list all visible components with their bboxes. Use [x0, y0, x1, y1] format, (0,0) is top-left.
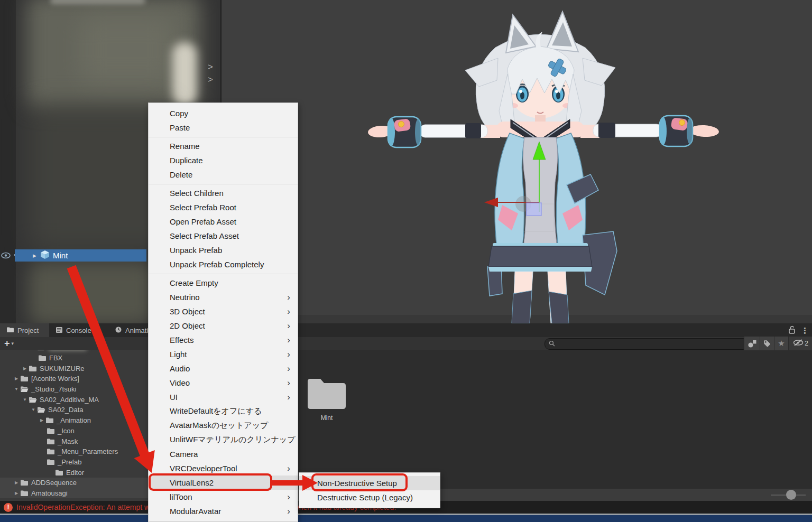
- menu-item-unpack-prefab-completely[interactable]: Unpack Prefab Completely: [149, 257, 298, 272]
- tree-row-sa02-data[interactable]: ▼SA02_Data: [0, 405, 150, 415]
- menu-item-2d-object[interactable]: 2D Object›: [149, 319, 298, 333]
- tree-row-label: [Aconite Works]: [31, 375, 79, 383]
- folder-icon: [47, 459, 56, 465]
- asset-tile-mint[interactable]: Mint: [304, 376, 349, 422]
- menu-item-unpack-prefab[interactable]: Unpack Prefab: [149, 243, 298, 257]
- expander-closed-icon[interactable]: ▶: [13, 376, 20, 381]
- menu-item-label: Copy: [170, 109, 188, 118]
- menu-item-avatarmask[interactable]: AvatarMaskのセットアップ: [149, 418, 298, 433]
- tree-row-label: SUKUMIZURe: [40, 365, 85, 372]
- tree-row-editor[interactable]: Editor: [0, 467, 150, 478]
- expander-open-icon[interactable]: ▼: [21, 397, 29, 402]
- scene-character-avatar: [222, 0, 812, 323]
- expander-closed-icon[interactable]: ▶: [21, 366, 29, 371]
- hierarchy-visibility-gutter: [0, 0, 16, 323]
- lock-icon[interactable]: [788, 325, 796, 336]
- tree-row-sukumizure[interactable]: ▶SUKUMIZURe: [0, 363, 150, 374]
- zoom-slider-knob[interactable]: [786, 490, 796, 500]
- menu-item-label: 2D Object: [170, 321, 205, 330]
- menu-item-select-prefab-asset[interactable]: Select Prefab Asset: [149, 229, 298, 243]
- menu-item-vrcdevelopertool[interactable]: VRCDeveloperTool›: [149, 461, 298, 476]
- tree-row-prefab[interactable]: _Prefab: [0, 457, 150, 468]
- hidden-objects-toggle[interactable]: 2: [788, 337, 812, 350]
- tree-row-menu-parameters[interactable]: _Menu_Parameters: [0, 446, 150, 457]
- scene-view[interactable]: [222, 0, 812, 323]
- expander-closed-icon[interactable]: ▶: [38, 418, 45, 423]
- menu-item-3d-object[interactable]: 3D Object›: [149, 304, 298, 319]
- submenu-item-non-destructive-setup[interactable]: Non-Destructive Setup: [299, 476, 440, 490]
- menu-item-select-children[interactable]: Select Children: [149, 186, 298, 200]
- menu-item-delete[interactable]: Delete: [149, 167, 298, 182]
- tree-row-fbx[interactable]: FBX: [0, 353, 150, 363]
- context-menu: CopyPasteRenameDuplicateDeleteSelect Chi…: [148, 102, 298, 522]
- favorite-star-button[interactable]: ★: [774, 337, 788, 350]
- unity-editor-window: > > ▶ Mint: [0, 0, 812, 522]
- filter-by-label-tag-button[interactable]: [760, 337, 774, 350]
- menu-item-rename[interactable]: Rename: [149, 139, 298, 153]
- search-icon: [549, 339, 555, 349]
- menu-item-label: VRCDeveloperTool: [170, 464, 237, 473]
- submenu-arrow-icon: ›: [287, 478, 290, 487]
- tree-row-label: _Prefab: [58, 458, 82, 466]
- menu-item-light[interactable]: Light›: [149, 347, 298, 361]
- expander-icon[interactable]: ▶: [33, 253, 40, 258]
- tab-console[interactable]: Console: [49, 323, 107, 337]
- submenu-item-destructive-setup-legacy[interactable]: Destructive Setup (Legacy): [299, 490, 440, 505]
- expander-closed-icon[interactable]: ▶: [13, 491, 20, 496]
- menu-item-unlitwf[interactable]: UnlitWFマテリアルのクリンナップ: [149, 433, 298, 447]
- create-asset-button[interactable]: +: [4, 339, 10, 348]
- menu-item-modularavatar[interactable]: ModularAvatar›: [149, 504, 298, 518]
- menu-item-effects[interactable]: Effects›: [149, 333, 298, 347]
- tab-project[interactable]: Project: [0, 323, 49, 337]
- tree-row-addsequence[interactable]: ▶ADDSequence: [0, 478, 150, 488]
- expander-open-icon[interactable]: ▼: [30, 407, 37, 412]
- menu-item-ui[interactable]: UI›: [149, 390, 298, 404]
- tree-row-sa02-additive-ma[interactable]: ▼SA02_Additive_MA: [0, 394, 150, 405]
- chevron-right-icon[interactable]: >: [208, 62, 213, 71]
- menu-item-virtuallens2[interactable]: VirtualLens2›: [149, 476, 298, 490]
- expander-open-icon[interactable]: ▼: [13, 387, 20, 392]
- kebab-menu-icon[interactable]: ⋮: [801, 326, 809, 335]
- visibility-eye-icon[interactable]: [1, 251, 11, 262]
- tree-row-mask[interactable]: _Mask: [0, 436, 150, 446]
- filter-by-type-button[interactable]: [744, 337, 760, 350]
- folder-icon: [20, 375, 30, 382]
- expander-closed-icon[interactable]: ▶: [13, 480, 20, 485]
- menu-separator: [149, 274, 298, 274]
- tree-row-studio-7tsuki[interactable]: ▼_Studio_7tsuki: [0, 384, 150, 395]
- chevron-right-icon[interactable]: >: [208, 75, 213, 84]
- menu-item-label: Duplicate: [170, 156, 203, 165]
- blurred-content: [29, 262, 153, 323]
- submenu-arrow-icon: ›: [287, 307, 290, 316]
- tree-row-label: _Menu_Parameters: [58, 448, 118, 455]
- menu-item-neutrino[interactable]: Neutrino›: [149, 290, 298, 304]
- project-folder-tree[interactable]: ▼FBX▶SUKUMIZURe▶[Aconite Works]▼_Studio_…: [0, 350, 150, 501]
- menu-item-copy[interactable]: Copy: [149, 106, 298, 120]
- menu-item-liltoon[interactable]: lilToon›: [149, 490, 298, 504]
- menu-item-label: Delete: [170, 170, 192, 179]
- hierarchy-row-mint[interactable]: ▶ Mint: [15, 249, 146, 262]
- tree-row-label: Editor: [66, 469, 84, 477]
- dropdown-arrow-icon[interactable]: ▾: [12, 341, 14, 346]
- folder-icon: [29, 365, 38, 372]
- menu-item-paste[interactable]: Paste: [149, 120, 298, 135]
- menu-item-audio[interactable]: Audio›: [149, 361, 298, 376]
- tree-row-aconite-works[interactable]: ▶[Aconite Works]: [0, 374, 150, 384]
- tree-row-animation[interactable]: ▶_Animation: [0, 415, 150, 426]
- tree-row-label: FBX: [49, 354, 62, 362]
- search-input[interactable]: [545, 338, 748, 350]
- menu-item-label: Non-Destructive Setup: [317, 479, 397, 488]
- menu-item-video[interactable]: Video›: [149, 376, 298, 390]
- menu-item-open-prefab-asset[interactable]: Open Prefab Asset: [149, 215, 298, 229]
- menu-item-create-empty[interactable]: Create Empty: [149, 276, 298, 290]
- menu-item-label: AvatarMaskのセットアップ: [170, 421, 268, 431]
- bottom-panel-tabbar: Project Console Animation ⋮: [0, 323, 812, 337]
- menu-item-select-prefab-root[interactable]: Select Prefab Root: [149, 200, 298, 215]
- tree-row-icon[interactable]: _Icon: [0, 426, 150, 436]
- menu-item-camera[interactable]: Camera: [149, 447, 298, 461]
- menu-item-writedefault[interactable]: WriteDefaultをオフにする: [149, 404, 298, 418]
- tree-row-amatousagi[interactable]: ▶Amatousagi: [0, 488, 150, 499]
- prefab-cube-icon: [40, 250, 50, 262]
- hierarchy-item-label: Mint: [53, 251, 68, 260]
- menu-item-duplicate[interactable]: Duplicate: [149, 153, 298, 167]
